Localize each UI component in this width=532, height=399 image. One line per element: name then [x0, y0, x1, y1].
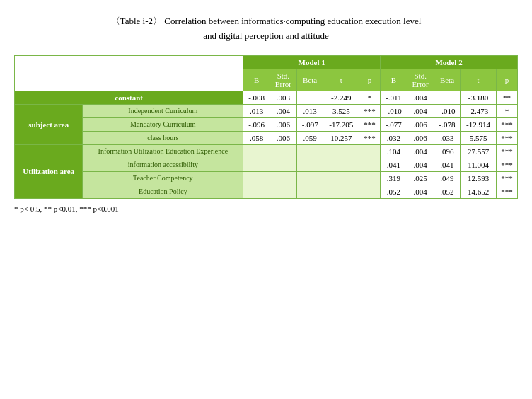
table-row: subject areaIndependent Curriculum.013.0…	[15, 104, 518, 117]
cell: .006	[407, 117, 434, 131]
cell: *	[496, 104, 517, 117]
cell	[323, 185, 359, 198]
cell: -2.473	[461, 104, 497, 117]
constant-cell-9: **	[496, 91, 517, 104]
cell: 5.575	[461, 131, 497, 144]
col-b2: B	[381, 69, 407, 91]
table-row: Teacher Competency.319.025.04912.593***	[15, 171, 518, 185]
constant-cell-5: -.011	[381, 91, 407, 104]
constant-cell-2	[296, 91, 323, 104]
cell: -17.205	[323, 117, 359, 131]
cell: ***	[496, 131, 517, 144]
constant-cell-7	[434, 91, 461, 104]
col-p1: p	[359, 69, 381, 91]
cell: .004	[407, 144, 434, 158]
cell: ***	[496, 158, 517, 171]
cell: ***	[496, 117, 517, 131]
section2-label: Utilization area	[15, 144, 83, 198]
cell	[270, 158, 296, 171]
cell: .041	[434, 158, 461, 171]
col-se2: Std.Error	[407, 69, 434, 91]
cell	[270, 171, 296, 185]
constant-cell-4: *	[359, 91, 381, 104]
cell: .013	[243, 104, 270, 117]
row-label: class hours	[83, 131, 243, 144]
cell	[359, 144, 381, 158]
cell	[270, 144, 296, 158]
row-label: Teacher Competency	[83, 171, 243, 185]
col-b1: B	[243, 69, 270, 91]
cell: .006	[270, 131, 296, 144]
col-t2: t	[461, 69, 497, 91]
cell: ***	[496, 185, 517, 198]
table-note: * p< 0.5, ** p<0.01, *** p<0.001	[14, 204, 518, 213]
cell: ***	[359, 117, 381, 131]
col-p2: p	[496, 69, 517, 91]
col-beta1: Beta	[296, 69, 323, 91]
constant-row: constant-.008.003-2.249*-.011.004-3.180*…	[15, 91, 518, 104]
cell: .004	[270, 104, 296, 117]
correlation-table: Model 1 Model 2 B Std.Error Beta t p B S…	[14, 55, 518, 199]
model2-header: Model 2	[381, 55, 518, 69]
cell: .033	[434, 131, 461, 144]
cell: ***	[496, 171, 517, 185]
cell: 27.557	[461, 144, 497, 158]
cell	[323, 144, 359, 158]
table-row: Utilization areaInformation Utilization …	[15, 144, 518, 158]
cell: .052	[381, 185, 407, 198]
cell: .041	[381, 158, 407, 171]
constant-cell-6: .004	[407, 91, 434, 104]
cell: -12.914	[461, 117, 497, 131]
cell	[243, 185, 270, 198]
table-row: class hours.058.006.05910.257***.032.006…	[15, 131, 518, 144]
cell: -.010	[434, 104, 461, 117]
cell	[296, 171, 323, 185]
cell: 12.593	[461, 171, 497, 185]
cell	[323, 158, 359, 171]
constant-cell-8: -3.180	[461, 91, 497, 104]
cell: .004	[407, 158, 434, 171]
cell: 11.004	[461, 158, 497, 171]
cell: .049	[434, 171, 461, 185]
cell: .319	[381, 171, 407, 185]
cell: .025	[407, 171, 434, 185]
title: 〈Table i-2〉 Correlation between informat…	[14, 14, 518, 44]
cell	[296, 158, 323, 171]
cell: .052	[434, 185, 461, 198]
section1-label: subject area	[15, 104, 83, 144]
cell: -.096	[243, 117, 270, 131]
cell: ***	[496, 144, 517, 158]
col-t1: t	[323, 69, 359, 91]
col-beta2: Beta	[434, 69, 461, 91]
cell	[359, 185, 381, 198]
row-label: Education Policy	[83, 185, 243, 198]
table-row: information accessibility.041.004.04111.…	[15, 158, 518, 171]
cell	[296, 144, 323, 158]
cell: -.077	[381, 117, 407, 131]
cell	[243, 144, 270, 158]
cell	[296, 185, 323, 198]
cell: .004	[407, 104, 434, 117]
model1-header: Model 1	[243, 55, 381, 69]
constant-label: constant	[15, 91, 243, 104]
cell: 14.652	[461, 185, 497, 198]
cell	[359, 158, 381, 171]
cell: 10.257	[323, 131, 359, 144]
cell: .013	[296, 104, 323, 117]
row-label: information accessibility	[83, 158, 243, 171]
cell: .096	[434, 144, 461, 158]
cell: ***	[359, 104, 381, 117]
cell: .006	[270, 117, 296, 131]
cell: -.010	[381, 104, 407, 117]
cell: .032	[381, 131, 407, 144]
constant-cell-1: .003	[270, 91, 296, 104]
cell: ***	[359, 131, 381, 144]
row-label: Information Utilization Education Experi…	[83, 144, 243, 158]
cell	[359, 171, 381, 185]
cell	[323, 171, 359, 185]
cell: 3.525	[323, 104, 359, 117]
cell	[243, 158, 270, 171]
col-se1: Std.Error	[270, 69, 296, 91]
row-label: Mandatory Curriculum	[83, 117, 243, 131]
cell	[243, 171, 270, 185]
